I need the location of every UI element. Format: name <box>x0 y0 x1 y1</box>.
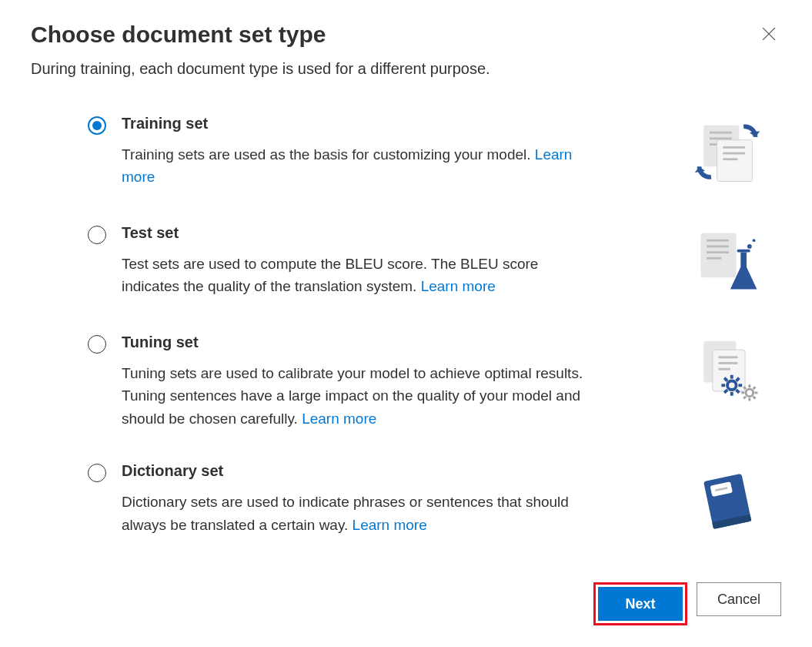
svg-marker-11 <box>695 166 705 173</box>
option-desc-test: Test sets are used to compute the BLEU s… <box>122 253 583 298</box>
cancel-button[interactable]: Cancel <box>697 582 781 616</box>
dialog-header: Choose document set type <box>31 22 781 60</box>
radio-test[interactable] <box>88 226 106 244</box>
close-button[interactable] <box>757 22 781 46</box>
svg-rect-6 <box>717 140 753 182</box>
option-title-training: Training set <box>122 115 583 132</box>
next-button-highlight: Next <box>593 582 687 625</box>
svg-line-32 <box>724 390 727 393</box>
test-icon <box>689 224 766 301</box>
training-icon <box>689 115 766 192</box>
dialog-subtitle: During training, each document type is u… <box>31 60 781 78</box>
svg-point-19 <box>753 239 756 242</box>
svg-line-39 <box>743 387 746 389</box>
learn-more-dictionary[interactable]: Learn more <box>353 517 427 533</box>
option-text: Test set Test sets are used to compute t… <box>122 224 583 298</box>
dialog-footer: Next Cancel <box>31 564 781 625</box>
svg-line-40 <box>754 397 756 399</box>
option-title-dictionary: Dictionary set <box>122 462 583 480</box>
option-text: Training set Training sets are used as t… <box>122 115 583 189</box>
option-tuning: Tuning set Tuning sets are used to calib… <box>88 334 781 430</box>
learn-more-tuning[interactable]: Learn more <box>302 411 376 427</box>
option-title-test: Test set <box>122 224 583 242</box>
choose-document-set-dialog: Choose document set type During training… <box>0 0 812 647</box>
option-desc-training: Training sets are used as the basis for … <box>122 143 583 189</box>
tuning-icon <box>689 334 766 411</box>
svg-line-33 <box>737 378 740 381</box>
svg-point-34 <box>746 389 754 397</box>
option-desc-text: Training sets are used as the basis for … <box>122 146 535 163</box>
svg-marker-10 <box>750 131 760 137</box>
option-text: Tuning set Tuning sets are used to calib… <box>122 334 583 430</box>
dictionary-icon <box>689 462 766 539</box>
svg-line-31 <box>737 390 740 393</box>
option-title-tuning: Tuning set <box>122 334 583 351</box>
learn-more-test[interactable]: Learn more <box>421 278 496 294</box>
svg-point-18 <box>747 244 752 249</box>
radio-tuning[interactable] <box>88 335 106 354</box>
option-text: Dictionary set Dictionary sets are used … <box>122 462 583 536</box>
option-dictionary: Dictionary set Dictionary sets are used … <box>88 462 781 539</box>
option-desc-dictionary: Dictionary sets are used to indicate phr… <box>122 491 583 536</box>
radio-training[interactable] <box>88 116 106 135</box>
svg-line-42 <box>754 387 756 389</box>
dialog-title: Choose document set type <box>31 22 326 48</box>
option-desc-tuning: Tuning sets are used to calibrate your m… <box>122 362 583 430</box>
option-test: Test set Test sets are used to compute t… <box>88 224 781 301</box>
options-list: Training set Training sets are used as t… <box>31 115 781 539</box>
close-icon <box>762 27 776 41</box>
radio-dictionary[interactable] <box>88 464 106 482</box>
option-training: Training set Training sets are used as t… <box>88 115 781 192</box>
next-button[interactable]: Next <box>598 587 683 621</box>
svg-line-30 <box>724 378 727 381</box>
option-desc-text: Dictionary sets are used to indicate phr… <box>122 494 569 532</box>
svg-line-41 <box>743 397 746 399</box>
